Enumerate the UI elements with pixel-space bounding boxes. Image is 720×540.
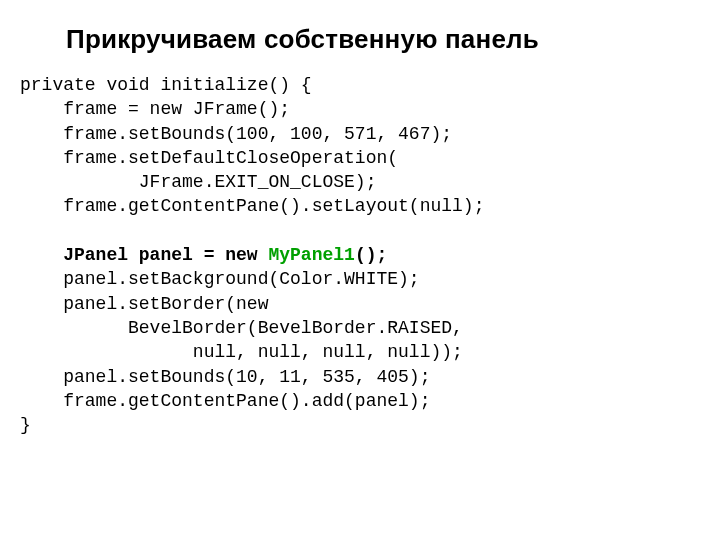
- code-line: panel.setBorder(new: [20, 294, 268, 314]
- code-line: private void initialize() {: [20, 75, 312, 95]
- code-classname: MyPanel1: [268, 245, 354, 265]
- code-line: }: [20, 415, 31, 435]
- code-line: JFrame.EXIT_ON_CLOSE);: [20, 172, 376, 192]
- code-line: panel.setBackground(Color.WHITE);: [20, 269, 420, 289]
- code-line: panel.setBounds(10, 11, 535, 405);: [20, 367, 430, 387]
- code-line: frame.getContentPane().setLayout(null);: [20, 196, 484, 216]
- code-block: private void initialize() { frame = new …: [20, 73, 700, 437]
- code-line-highlight: JPanel panel = new MyPanel1();: [20, 245, 387, 265]
- code-line: frame = new JFrame();: [20, 99, 290, 119]
- code-line: null, null, null, null));: [20, 342, 463, 362]
- code-line: frame.getContentPane().add(panel);: [20, 391, 430, 411]
- slide: Прикручиваем собственную панель private …: [0, 0, 720, 540]
- code-line: BevelBorder(BevelBorder.RAISED,: [20, 318, 463, 338]
- code-line: frame.setDefaultCloseOperation(: [20, 148, 398, 168]
- code-line: frame.setBounds(100, 100, 571, 467);: [20, 124, 452, 144]
- slide-title: Прикручиваем собственную панель: [66, 24, 700, 55]
- code-fragment: ();: [355, 245, 387, 265]
- code-fragment: JPanel panel = new: [20, 245, 268, 265]
